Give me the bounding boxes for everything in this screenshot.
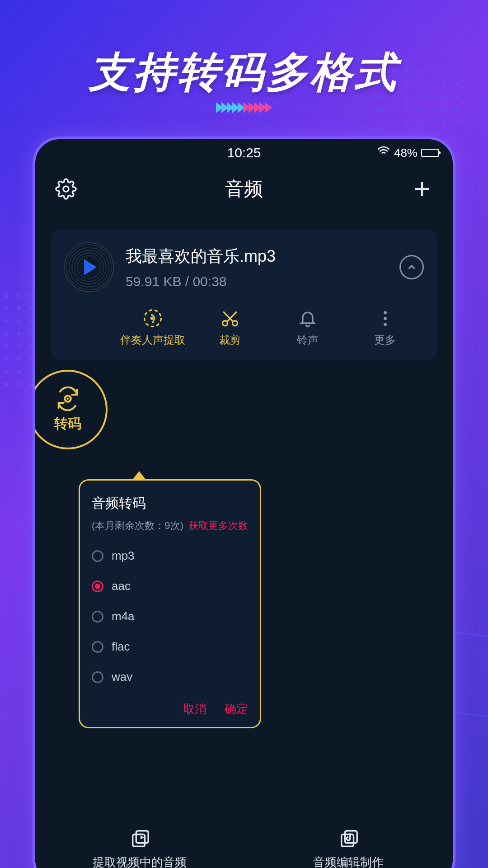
headline-chevrons (0, 102, 488, 113)
action-ringtone[interactable]: 铃声 (269, 308, 347, 347)
dialog-pointer (133, 471, 145, 479)
radio-icon (92, 580, 103, 592)
action-vocal-extract[interactable]: 伴奏人声提取 (114, 308, 192, 347)
radio-option-aac[interactable]: aac (92, 571, 248, 601)
action-label: 裁剪 (219, 333, 241, 347)
more-vertical-icon (375, 308, 395, 328)
audio-card: 我最喜欢的音乐.mp3 59.91 KB / 00:38 伴奏人声提取 裁剪 (51, 230, 437, 360)
audio-edit-icon (338, 829, 359, 850)
transcode-label: 转码 (54, 415, 81, 433)
status-time: 10:25 (227, 145, 261, 160)
radio-option-m4a[interactable]: m4a (92, 601, 248, 632)
svg-rect-6 (133, 834, 145, 846)
radio-icon (92, 550, 103, 562)
radio-option-flac[interactable]: flac (92, 632, 248, 662)
collapse-button[interactable] (399, 255, 424, 279)
scissors-icon (220, 308, 240, 328)
ear-icon (143, 308, 163, 328)
svg-point-0 (63, 186, 69, 192)
transcode-icon (56, 387, 80, 411)
radio-label: flac (112, 640, 130, 654)
dialog-cancel-button[interactable]: 取消 (183, 701, 206, 717)
bottom-tab-bar: 提取视频中的音频 音频编辑制作 (35, 816, 453, 868)
transcode-dialog: 音频转码 (本月剩余次数：9次) 获取更多次数 mp3 aac m4a flac… (79, 471, 261, 728)
action-trim[interactable]: 裁剪 (192, 308, 269, 347)
action-more[interactable]: 更多 (347, 308, 424, 347)
dialog-remaining: (本月剩余次数：9次) (92, 519, 183, 533)
radio-label: mp3 (112, 549, 135, 563)
video-extract-icon (129, 829, 150, 850)
radio-label: m4a (112, 609, 135, 623)
tab-label: 提取视频中的音频 (93, 854, 187, 868)
radio-label: aac (112, 579, 131, 593)
bell-icon (298, 308, 318, 328)
tab-label: 音频编辑制作 (313, 854, 384, 868)
battery-percent: 48% (394, 146, 418, 160)
disc-play-icon[interactable] (64, 242, 114, 292)
actions-row: 伴奏人声提取 裁剪 铃声 更多 (64, 308, 424, 347)
action-label: 铃声 (297, 333, 319, 347)
svg-point-4 (233, 321, 238, 326)
radio-label: wav (112, 670, 132, 684)
action-label: 更多 (374, 333, 396, 347)
format-radio-list: mp3 aac m4a flac wav (92, 541, 248, 692)
radio-option-wav[interactable]: wav (92, 662, 248, 692)
transcode-callout-button[interactable]: 转码 (33, 370, 108, 449)
wifi-icon (377, 145, 390, 161)
audio-size-duration: 59.91 KB / 00:38 (126, 274, 388, 289)
audio-title: 我最喜欢的音乐.mp3 (126, 245, 388, 268)
radio-option-mp3[interactable]: mp3 (92, 541, 248, 571)
dialog-title: 音频转码 (92, 494, 248, 513)
headline-text: 支持转码多格式 (0, 44, 488, 100)
tab-extract-audio[interactable]: 提取视频中的音频 (35, 816, 244, 868)
radio-icon (92, 611, 103, 623)
svg-point-2 (151, 317, 153, 319)
phone-frame: 10:25 48% 音频 我最喜欢的音乐.mp3 59.91 KB / 00:3… (33, 137, 455, 868)
radio-icon (92, 671, 103, 683)
dialog-confirm-button[interactable]: 确定 (225, 701, 248, 717)
nav-bar: 音频 (35, 166, 453, 212)
action-label: 伴奏人声提取 (120, 333, 185, 347)
get-more-link[interactable]: 获取更多次数 (188, 519, 248, 533)
status-bar: 10:25 48% (35, 139, 453, 166)
battery-icon (421, 149, 439, 157)
add-icon[interactable] (411, 178, 433, 200)
svg-point-3 (223, 321, 228, 326)
settings-icon[interactable] (55, 178, 77, 200)
tab-audio-edit[interactable]: 音频编辑制作 (244, 816, 453, 868)
radio-icon (92, 641, 103, 653)
page-title: 音频 (225, 176, 263, 202)
